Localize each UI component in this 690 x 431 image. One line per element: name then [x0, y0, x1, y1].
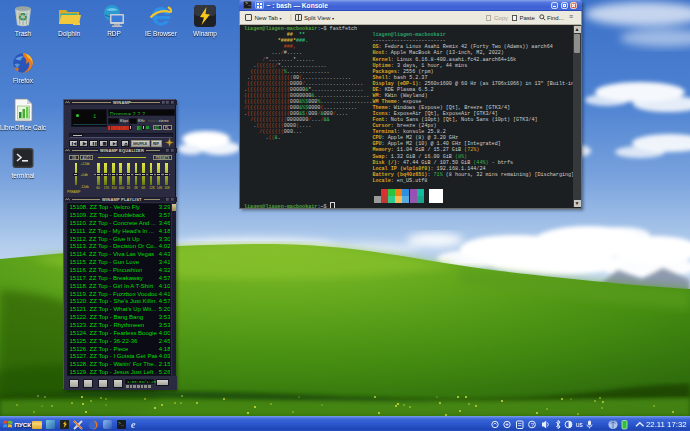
- svg-text:us: us: [576, 421, 584, 428]
- svg-text:♻: ♻: [18, 11, 28, 23]
